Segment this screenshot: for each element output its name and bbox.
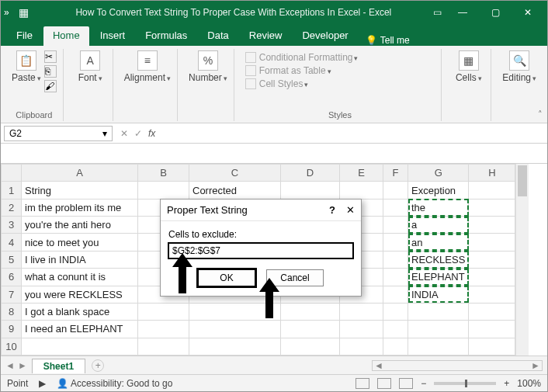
- row-header[interactable]: 4: [2, 234, 22, 251]
- row-header[interactable]: 5: [2, 251, 22, 268]
- qat-chevron-icon[interactable]: »: [4, 7, 9, 18]
- fx-icon[interactable]: fx: [148, 128, 155, 139]
- paste-button[interactable]: 📋 Paste: [12, 50, 41, 92]
- tab-developer[interactable]: Developer: [293, 26, 357, 46]
- cell[interactable]: im the problem its me: [22, 199, 138, 216]
- dialog-close-icon[interactable]: ✕: [346, 204, 355, 216]
- normal-view-icon[interactable]: [356, 378, 369, 389]
- cell[interactable]: Exception: [408, 182, 469, 199]
- group-editing: 🔍 Editing: [496, 49, 543, 121]
- row-header[interactable]: 8: [2, 303, 22, 320]
- cell[interactable]: an: [408, 234, 469, 251]
- cell[interactable]: I got a blank space: [22, 303, 138, 320]
- cell[interactable]: RECKLESS: [408, 251, 469, 268]
- ok-button[interactable]: OK: [198, 269, 255, 286]
- tell-me[interactable]: 💡 Tell me: [366, 35, 410, 46]
- cell[interactable]: I live in INDIA: [22, 251, 138, 268]
- macro-record-icon[interactable]: ▶: [39, 378, 46, 389]
- maximize-button[interactable]: ▢: [484, 7, 507, 18]
- col-header[interactable]: F: [383, 165, 408, 182]
- titlebar: » ▦ How To Convert Text String To Proper…: [1, 1, 547, 24]
- conditional-formatting-button[interactable]: Conditional Formatting: [245, 52, 359, 63]
- row-header[interactable]: 2: [2, 199, 22, 216]
- format-painter-icon[interactable]: 🖌: [44, 80, 57, 92]
- cell[interactable]: Corrected: [189, 182, 281, 199]
- accessibility-icon: 👤: [57, 378, 68, 389]
- sheet-tab[interactable]: Sheet1: [32, 359, 85, 373]
- page-break-view-icon[interactable]: [399, 378, 413, 389]
- cancel-formula-icon[interactable]: ✕: [120, 128, 128, 139]
- cell[interactable]: nice to meet you: [22, 234, 138, 251]
- zoom-level[interactable]: 100%: [517, 378, 541, 389]
- alignment-button[interactable]: ≡ Alignment: [124, 50, 171, 83]
- cell[interactable]: INDIA: [408, 286, 469, 303]
- collapse-ribbon-icon[interactable]: ˄: [538, 109, 543, 120]
- row-header[interactable]: 9: [2, 321, 22, 338]
- cell[interactable]: you're the anti hero: [22, 217, 138, 234]
- accessibility-status[interactable]: 👤 Accessibility: Good to go: [57, 378, 172, 389]
- group-styles: Conditional Formatting Format as Table C…: [239, 49, 442, 121]
- select-all[interactable]: [2, 165, 22, 182]
- tab-nav-prev-icon[interactable]: ◄: [5, 360, 15, 371]
- row-header[interactable]: 6: [2, 269, 22, 286]
- col-header[interactable]: A: [22, 165, 138, 182]
- font-button[interactable]: A Font: [78, 50, 102, 83]
- number-button[interactable]: % Number: [189, 50, 227, 83]
- cells-button[interactable]: ▦ Cells: [456, 50, 482, 83]
- ribbon-display-icon[interactable]: ▭: [433, 7, 442, 18]
- col-header[interactable]: B: [138, 165, 189, 182]
- cells-to-exclude-label: Cells to exclude:: [168, 229, 353, 240]
- tab-nav-next-icon[interactable]: ►: [18, 360, 27, 371]
- row-header[interactable]: 7: [2, 286, 22, 303]
- sheet-tab-bar: ◄ ► Sheet1 + ◄ ►: [1, 356, 547, 374]
- row-header[interactable]: 10: [2, 338, 22, 355]
- group-alignment: ≡ Alignment: [118, 49, 178, 121]
- zoom-in-icon[interactable]: +: [504, 378, 509, 389]
- cell[interactable]: you were RECKLESS: [22, 286, 138, 303]
- vertical-scrollbar[interactable]: [515, 164, 529, 356]
- cells-to-exclude-input[interactable]: [168, 243, 353, 258]
- minimize-button[interactable]: —: [451, 7, 474, 18]
- group-cells: ▦ Cells: [446, 49, 491, 121]
- col-header[interactable]: C: [189, 165, 281, 182]
- tab-home[interactable]: Home: [43, 26, 89, 46]
- cell[interactable]: String: [22, 182, 138, 199]
- cell[interactable]: I need an ELEPHANT: [22, 321, 138, 338]
- cell[interactable]: a: [408, 217, 469, 234]
- name-box[interactable]: G2▾: [4, 126, 113, 141]
- cell[interactable]: ELEPHANT: [408, 269, 469, 286]
- new-sheet-button[interactable]: +: [92, 359, 104, 372]
- group-font: A Font: [68, 49, 113, 121]
- cut-icon[interactable]: ✂: [44, 50, 57, 63]
- tab-insert[interactable]: Insert: [91, 26, 135, 46]
- row-header[interactable]: 1: [2, 182, 22, 199]
- tab-data[interactable]: Data: [198, 26, 238, 46]
- enter-formula-icon[interactable]: ✓: [134, 128, 142, 139]
- cells-icon: ▦: [459, 50, 479, 71]
- row-header[interactable]: 3: [2, 217, 22, 234]
- close-button[interactable]: ✕: [516, 7, 539, 18]
- format-as-table-button[interactable]: Format as Table: [245, 65, 331, 76]
- tab-review[interactable]: Review: [240, 26, 292, 46]
- annotation-arrow: [172, 253, 192, 293]
- tab-formulas[interactable]: Formulas: [136, 26, 196, 46]
- copy-icon[interactable]: ⎘: [44, 65, 57, 78]
- editing-button[interactable]: 🔍 Editing: [502, 50, 536, 83]
- tab-file[interactable]: File: [7, 26, 42, 46]
- cell[interactable]: what a conunt it is: [22, 269, 138, 286]
- col-header[interactable]: E: [340, 165, 383, 182]
- col-header[interactable]: H: [469, 165, 515, 182]
- paste-icon: 📋: [16, 50, 36, 71]
- group-number: % Number: [182, 49, 234, 121]
- cell-styles-button[interactable]: Cell Styles: [245, 78, 309, 89]
- horizontal-scrollbar[interactable]: ◄ ►: [372, 360, 543, 371]
- zoom-out-icon[interactable]: −: [421, 378, 426, 389]
- page-layout-view-icon[interactable]: [377, 378, 391, 389]
- cond-format-icon: [245, 52, 256, 63]
- dialog-help-icon[interactable]: ?: [329, 204, 335, 216]
- formula-bar[interactable]: [1, 144, 547, 164]
- cell[interactable]: the: [408, 199, 469, 216]
- zoom-slider[interactable]: [434, 382, 496, 385]
- col-header[interactable]: D: [281, 165, 340, 182]
- col-header[interactable]: G: [408, 165, 469, 182]
